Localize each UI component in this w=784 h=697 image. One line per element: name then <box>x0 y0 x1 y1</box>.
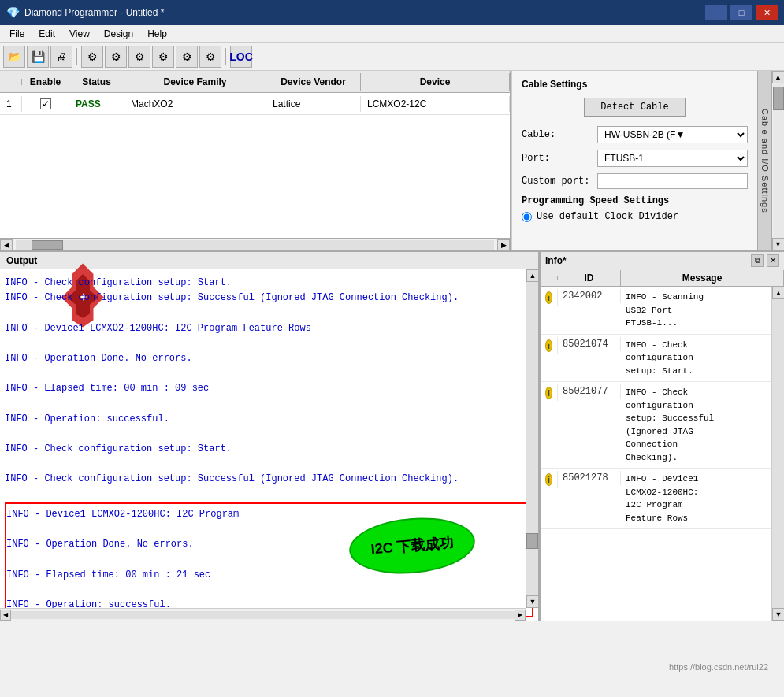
detect-cable-button[interactable]: Detect Cable <box>584 98 685 117</box>
output-line: INFO - Elapsed time: 00 min : 21 sec <box>6 568 529 583</box>
toolbar-btn2[interactable]: ⚙ <box>105 46 127 68</box>
cable-row: Cable: HW-USBN-2B (F▼ <box>522 126 748 143</box>
info-vscroll-down[interactable]: ▼ <box>772 608 784 621</box>
vscroll-thumb[interactable] <box>773 87 784 110</box>
output-hscrollbar[interactable]: ◀ ▶ <box>0 608 526 621</box>
col-header-family: Device Family <box>124 73 266 91</box>
vscroll-track[interactable] <box>773 83 784 238</box>
info-col-id: ID <box>558 270 621 286</box>
toolbar-btn6[interactable]: ⚙ <box>199 46 221 68</box>
hscroll-thumb[interactable] <box>32 240 63 250</box>
output-line <box>6 583 529 598</box>
custom-port-row: Custom port: <box>522 173 748 189</box>
toolbar-sep-2 <box>225 48 226 65</box>
output-line: INFO - Check configuration setup: Succes… <box>5 472 533 487</box>
info-icon: i <box>545 339 552 352</box>
info-icon: i <box>545 387 552 399</box>
status-bar <box>0 621 784 640</box>
output-vscroll-thumb[interactable] <box>526 533 538 549</box>
info-panel-title: Info* <box>545 255 567 266</box>
device-table-header: Enable Status Device Family Device Vendo… <box>0 71 510 93</box>
info-col-msg: Message <box>621 270 784 286</box>
maximize-button[interactable]: □ <box>730 5 752 20</box>
title-bar-left: 💎 Diamond Programmer - Untitled * <box>6 6 164 19</box>
cell-status: PASS <box>69 96 124 112</box>
toolbar-save[interactable]: 💾 <box>27 46 49 68</box>
menu-bar: File Edit View Design Help <box>0 25 784 43</box>
menu-help[interactable]: Help <box>141 27 173 41</box>
info-cell-icon: i <box>541 471 558 488</box>
custom-port-label: Custom port: <box>522 176 593 187</box>
info-cell-icon: i <box>541 384 558 401</box>
close-button[interactable]: ✕ <box>756 5 778 20</box>
output-vscroll-up[interactable]: ▲ <box>526 269 539 282</box>
info-row: i 85021077 INFO - Checkconfigurationsetu… <box>541 382 784 469</box>
info-header: Info* ⧉ ✕ <box>541 252 784 269</box>
info-vscroll-up[interactable]: ▲ <box>772 287 784 299</box>
hscroll-right-arrow[interactable]: ▶ <box>497 239 510 250</box>
output-vscrollbar[interactable]: ▲ ▼ <box>526 269 538 608</box>
vscroll-down-arrow[interactable]: ▼ <box>772 238 785 250</box>
table-hscrollbar[interactable]: ◀ ▶ <box>0 238 510 250</box>
info-cell-msg: INFO - Device1LCMXO2-1200HC:I2C ProgramF… <box>621 471 784 526</box>
output-hscroll-track[interactable] <box>11 611 515 619</box>
port-row: Port: FTUSB-1 <box>522 150 748 167</box>
output-line <box>5 457 533 472</box>
info-vscrollbar[interactable]: ▲ ▼ <box>771 287 784 621</box>
enable-checkbox[interactable]: ✓ <box>40 98 51 109</box>
toolbar-print[interactable]: 🖨 <box>50 46 72 68</box>
output-hscroll-right[interactable]: ▶ <box>515 610 526 621</box>
hscroll-left-arrow[interactable]: ◀ <box>0 239 13 250</box>
custom-port-input[interactable] <box>597 173 748 189</box>
info-cell-msg: INFO - Checkconfigurationsetup: Start. <box>621 337 784 380</box>
toolbar-btn1[interactable]: ⚙ <box>81 46 103 68</box>
use-default-radio[interactable] <box>522 212 532 222</box>
menu-view[interactable]: View <box>63 27 96 41</box>
cable-panel-tab[interactable]: Cable and I/O Settings <box>757 71 771 250</box>
menu-design[interactable]: Design <box>98 27 139 41</box>
col-header-device: Device <box>361 73 510 91</box>
output-line: INFO - Elapsed time: 00 min : 09 sec <box>5 381 533 396</box>
info-row: i 85021278 INFO - Device1LCMXO2-1200HC:I… <box>541 469 784 529</box>
output-panel: Output ✦ INFO - Check configuration setu… <box>0 252 540 621</box>
output-line: INFO - Device1 LCMXO2-1200HC: I2C Progra… <box>5 321 533 336</box>
bottom-section: Output ✦ INFO - Check configuration setu… <box>0 252 784 621</box>
toolbar-log[interactable]: LOC <box>230 46 252 68</box>
title-bar-controls: ─ □ ✕ <box>705 5 778 20</box>
top-vscrollbar[interactable]: ▲ ▼ <box>771 71 784 250</box>
info-header-controls: ⧉ ✕ <box>751 254 779 267</box>
menu-file[interactable]: File <box>3 27 31 41</box>
port-label: Port: <box>522 153 593 164</box>
toolbar-sep-1 <box>76 48 77 65</box>
prog-speed-title: Programming Speed Settings <box>522 195 748 206</box>
cell-enable[interactable]: ✓ <box>22 96 69 112</box>
info-rows: i 2342002 INFO - ScanningUSB2 PortFTUSB-… <box>541 287 784 621</box>
cable-dropdown[interactable]: HW-USBN-2B (F▼ <box>597 126 748 143</box>
menu-edit[interactable]: Edit <box>32 27 61 41</box>
info-vscroll-track[interactable] <box>772 299 784 608</box>
output-hscroll-left[interactable]: ◀ <box>0 610 11 621</box>
info-cell-id: 85021074 <box>558 337 621 351</box>
toolbar-btn3[interactable]: ⚙ <box>128 46 150 68</box>
output-vscroll-track[interactable] <box>526 282 538 595</box>
toolbar-open[interactable]: 📂 <box>3 46 25 68</box>
info-cell-msg: INFO - Checkconfigurationsetup: Successf… <box>621 384 784 465</box>
hscroll-track[interactable] <box>16 240 494 250</box>
vscroll-up-arrow[interactable]: ▲ <box>772 71 785 83</box>
output-line: INFO - Device1 LCMXO2-1200HC: I2C Progra… <box>6 507 529 522</box>
port-dropdown[interactable]: FTUSB-1 <box>597 150 748 167</box>
output-vscroll-down[interactable]: ▼ <box>526 595 539 608</box>
toolbar-btn5[interactable]: ⚙ <box>176 46 198 68</box>
col-header-status: Status <box>69 73 124 91</box>
output-content: INFO - Check configuration setup: Start.… <box>0 269 538 621</box>
top-section: Enable Status Device Family Device Vendo… <box>0 71 784 252</box>
minimize-button[interactable]: ─ <box>705 5 727 20</box>
app-icon: 💎 <box>6 6 20 19</box>
col-header-enable: Enable <box>22 73 69 91</box>
info-float-btn[interactable]: ⧉ <box>751 254 764 267</box>
info-close-btn[interactable]: ✕ <box>767 254 779 267</box>
cell-device: LCMXO2-12C <box>361 96 510 112</box>
toolbar-btn4[interactable]: ⚙ <box>152 46 174 68</box>
info-cell-id: 85021077 <box>558 384 621 399</box>
output-line: INFO - Operation: successful. <box>5 412 533 427</box>
